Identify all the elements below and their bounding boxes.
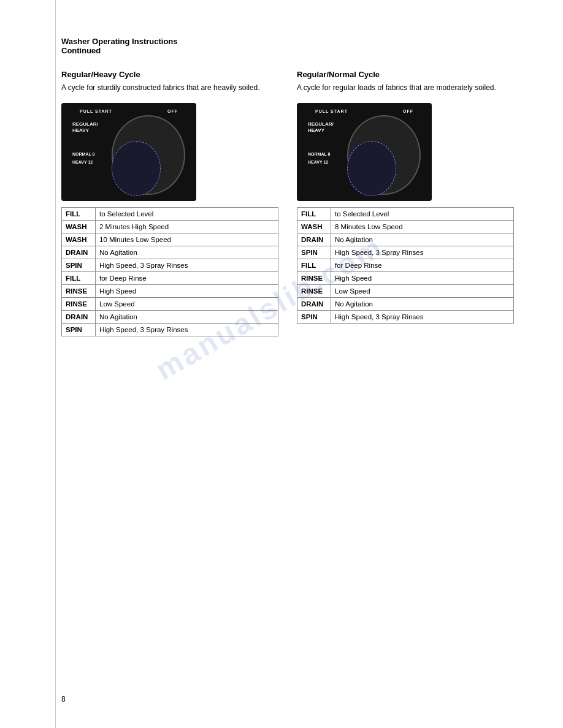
main-columns: Regular/Heavy Cycle A cycle for sturdily…	[61, 70, 514, 336]
left-step-row: WASH 2 Minutes High Speed	[62, 220, 278, 233]
right-cycle-desc: A cycle for regular loads of fabrics tha…	[297, 83, 514, 93]
left-step-value-9: High Speed, 3 Spray Rinses	[96, 323, 278, 336]
page-number: 8	[61, 695, 66, 703]
left-dial-heavy: HEAVY 12	[72, 160, 93, 164]
left-dial-regular-heavy: REGULAR/ HEAVY	[72, 121, 98, 134]
right-step-value-4: for Deep Rinse	[331, 259, 514, 271]
right-dial-off: OFF	[403, 109, 413, 113]
right-step-label-4: FILL	[297, 259, 331, 271]
left-step-label-3: DRAIN	[62, 246, 96, 259]
right-step-label-5: RINSE	[297, 271, 331, 284]
left-step-label-5: FILL	[62, 271, 96, 284]
right-step-row: WASH 8 Minutes Low Speed	[297, 220, 514, 233]
header-line1: Washer Operating Instructions	[61, 37, 514, 46]
left-step-label-8: DRAIN	[62, 310, 96, 323]
left-dial-rh-line1: REGULAR/	[72, 121, 98, 127]
left-step-value-2: 10 Minutes Low Speed	[96, 233, 278, 246]
left-step-row: DRAIN No Agitation	[62, 310, 278, 323]
header-line2: Continued	[61, 46, 514, 55]
right-step-row: SPIN High Speed, 3 Spray Rinses	[297, 310, 514, 323]
right-step-row: FILL to Selected Level	[297, 207, 514, 220]
left-step-label-4: SPIN	[62, 259, 96, 271]
right-dial-circle-inner	[347, 141, 396, 196]
left-step-row: WASH 10 Minutes Low Speed	[62, 233, 278, 246]
left-dial-normal: NORMAL 8	[72, 152, 94, 156]
left-step-label-9: SPIN	[62, 323, 96, 336]
left-step-row: FILL to Selected Level	[62, 207, 278, 220]
left-step-label-6: RINSE	[62, 284, 96, 297]
page-header: Washer Operating Instructions Continued	[61, 37, 514, 55]
margin-line	[55, 0, 56, 728]
left-column: Regular/Heavy Cycle A cycle for sturdily…	[61, 70, 278, 336]
right-dial-circle-outer	[347, 115, 421, 195]
left-dial-pull-start: PULL START	[80, 109, 112, 113]
right-step-table: FILL to Selected Level WASH 8 Minutes Lo…	[297, 207, 514, 324]
right-dial-regular-heavy: REGULAR/ HEAVY	[308, 121, 334, 134]
right-step-value-3: High Speed, 3 Spray Rinses	[331, 246, 514, 259]
left-step-row: RINSE Low Speed	[62, 297, 278, 310]
left-step-value-0: to Selected Level	[96, 207, 278, 220]
left-step-value-4: High Speed, 3 Spray Rinses	[96, 259, 278, 271]
right-step-value-5: High Speed	[331, 271, 514, 284]
right-step-value-1: 8 Minutes Low Speed	[331, 220, 514, 233]
left-dial-rh-line2: HEAVY	[72, 127, 89, 133]
left-step-value-8: No Agitation	[96, 310, 278, 323]
right-step-label-3: SPIN	[297, 246, 331, 259]
right-step-value-6: Low Speed	[331, 284, 514, 297]
right-column: Regular/Normal Cycle A cycle for regular…	[297, 70, 514, 336]
left-step-label-7: RINSE	[62, 297, 96, 310]
left-step-row: SPIN High Speed, 3 Spray Rinses	[62, 259, 278, 271]
right-dial-rh-line2: HEAVY	[308, 127, 324, 133]
left-step-value-7: Low Speed	[96, 297, 278, 310]
left-step-row: SPIN High Speed, 3 Spray Rinses	[62, 323, 278, 336]
right-step-label-1: WASH	[297, 220, 331, 233]
right-step-row: DRAIN No Agitation	[297, 297, 514, 310]
left-step-value-6: High Speed	[96, 284, 278, 297]
right-cycle-title: Regular/Normal Cycle	[297, 70, 514, 79]
right-dial-heavy: HEAVY 12	[308, 160, 328, 164]
right-step-value-7: No Agitation	[331, 297, 514, 310]
left-step-value-5: for Deep Rinse	[96, 271, 278, 284]
left-step-row: DRAIN No Agitation	[62, 246, 278, 259]
right-step-label-6: RINSE	[297, 284, 331, 297]
right-step-row: RINSE High Speed	[297, 271, 514, 284]
left-step-label-1: WASH	[62, 220, 96, 233]
left-cycle-desc: A cycle for sturdily constructed fabrics…	[61, 83, 278, 93]
right-dial-pull-start: PULL START	[315, 109, 348, 113]
right-dial-rh-line1: REGULAR/	[308, 121, 334, 127]
left-step-value-1: 2 Minutes High Speed	[96, 220, 278, 233]
right-step-label-2: DRAIN	[297, 233, 331, 246]
right-dial-normal: NORMAL 8	[308, 152, 330, 156]
right-dial: PULL START OFF REGULAR/ HEAVY NORMAL 8 H…	[297, 103, 432, 201]
left-step-label-2: WASH	[62, 233, 96, 246]
left-step-table: FILL to Selected Level WASH 2 Minutes Hi…	[61, 207, 278, 336]
right-step-value-0: to Selected Level	[331, 207, 514, 220]
right-step-row: SPIN High Speed, 3 Spray Rinses	[297, 246, 514, 259]
left-cycle-title: Regular/Heavy Cycle	[61, 70, 278, 79]
right-step-label-8: SPIN	[297, 310, 331, 323]
right-step-label-0: FILL	[297, 207, 331, 220]
right-step-label-7: DRAIN	[297, 297, 331, 310]
left-step-row: RINSE High Speed	[62, 284, 278, 297]
right-step-row: DRAIN No Agitation	[297, 233, 514, 246]
left-dial: PULL START OFF REGULAR/ HEAVY NORMAL 8 H…	[61, 103, 196, 201]
left-step-value-3: No Agitation	[96, 246, 278, 259]
right-step-value-2: No Agitation	[331, 233, 514, 246]
left-dial-off: OFF	[167, 109, 178, 113]
page: manualslib.com Washer Operating Instruct…	[0, 0, 563, 728]
right-step-row: RINSE Low Speed	[297, 284, 514, 297]
left-step-label-0: FILL	[62, 207, 96, 220]
left-dial-circle-outer	[112, 115, 185, 195]
left-dial-circle-inner	[112, 141, 161, 196]
right-step-value-8: High Speed, 3 Spray Rinses	[331, 310, 514, 323]
left-step-row: FILL for Deep Rinse	[62, 271, 278, 284]
right-step-row: FILL for Deep Rinse	[297, 259, 514, 271]
